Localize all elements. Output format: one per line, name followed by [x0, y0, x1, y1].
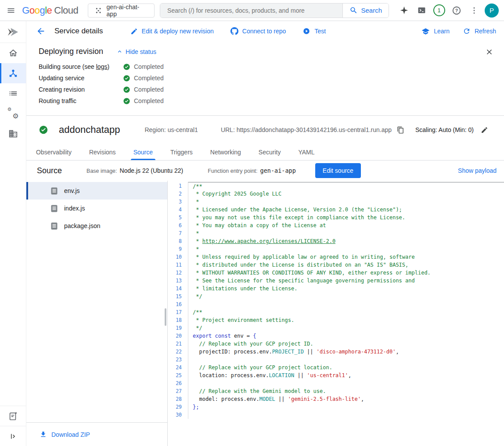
- line-number: 23: [168, 356, 188, 364]
- page-title: Service details: [54, 27, 103, 36]
- nav-home[interactable]: [0, 43, 26, 63]
- back-button[interactable]: [35, 25, 47, 37]
- file-icon: [51, 205, 58, 212]
- line-number: 8: [168, 237, 188, 245]
- copy-url-button[interactable]: [397, 126, 404, 134]
- refresh-button[interactable]: Refresh: [463, 27, 496, 35]
- file-item-package.json[interactable]: package.json: [26, 217, 167, 235]
- overflow-menu-button[interactable]: [465, 2, 483, 19]
- code-text: * Project environment settings.: [188, 316, 504, 324]
- nav-expand-panel[interactable]: [0, 426, 26, 446]
- download-zip-label: Download ZIP: [51, 431, 90, 438]
- notification-count: 1: [437, 7, 440, 14]
- line-number: 17: [168, 308, 188, 316]
- code-text: * you may not use this file except in co…: [188, 214, 504, 221]
- top-bar: Google Cloud gen-ai-chat-app Search: [0, 0, 504, 21]
- base-image-value: Node.js 22 (Ubuntu 22): [120, 167, 184, 174]
- file-item-env.js[interactable]: env.js: [26, 182, 167, 200]
- search-input[interactable]: [160, 4, 342, 18]
- tab-security[interactable]: Security: [250, 144, 290, 160]
- edit-source-button[interactable]: Edit source: [315, 163, 361, 178]
- file-item-index.js[interactable]: index.js: [26, 200, 167, 217]
- base-image: Base image: Node.js 22 (Ubuntu 22): [86, 167, 183, 174]
- tab-observability[interactable]: Observability: [27, 144, 80, 160]
- line-number: 18: [168, 316, 188, 324]
- line-number: 4: [168, 206, 188, 214]
- line-number: 1: [168, 182, 188, 190]
- code-line: 7 *: [168, 229, 504, 237]
- line-number: 21: [168, 340, 188, 348]
- scaling-group: Scaling: Auto (Min: 0): [415, 126, 488, 134]
- show-payload-link[interactable]: Show payload: [458, 167, 497, 174]
- gemini-button[interactable]: [395, 2, 413, 19]
- deploy-status-panel: Deploying revision Hide status Building …: [26, 41, 504, 116]
- search-bar: Search: [160, 3, 389, 18]
- tab-revisions[interactable]: Revisions: [80, 144, 125, 160]
- status-rows: Building source (see logs)CompletedUpdat…: [39, 61, 493, 107]
- project-selector[interactable]: gen-ai-chat-app: [88, 4, 155, 18]
- hide-status-toggle[interactable]: Hide status: [116, 48, 156, 55]
- learn-button[interactable]: Learn: [421, 27, 450, 36]
- file-name: env.js: [64, 187, 80, 194]
- tab-source[interactable]: Source: [125, 144, 162, 160]
- tab-triggers[interactable]: Triggers: [162, 144, 202, 160]
- nav-organization[interactable]: [0, 124, 26, 144]
- entry-point: Function entry point: gen-ai-app: [208, 167, 296, 174]
- code-text: * Copyright 2025 Google LLC: [188, 190, 504, 198]
- line-number: 26: [168, 379, 188, 387]
- line-number: 28: [168, 395, 188, 403]
- header-actions: Edit & deploy new revision Connect to re…: [130, 27, 326, 35]
- line-number: 29: [168, 403, 188, 411]
- tab-yaml[interactable]: YAML: [289, 144, 323, 160]
- notifications-button[interactable]: 1: [430, 2, 448, 19]
- connect-repo-button[interactable]: Connect to repo: [230, 27, 286, 35]
- avatar[interactable]: P: [485, 4, 499, 18]
- close-status-button[interactable]: [483, 46, 495, 58]
- hamburger-menu-button[interactable]: [0, 0, 22, 21]
- logo-letter: o: [29, 5, 35, 16]
- search-icon: [349, 6, 358, 14]
- code-text: *: [188, 245, 504, 253]
- release-notes-icon: [8, 411, 18, 421]
- cloud-run-logo: [0, 21, 26, 43]
- header-right-actions: Learn Refresh: [421, 27, 496, 36]
- left-nav: ⚙⚙: [0, 21, 26, 446]
- service-identity-row: addonchatapp Region: us-central1 URL: ht…: [26, 116, 504, 144]
- source-content: env.jsindex.jspackage.json Download ZIP …: [26, 181, 504, 446]
- status-label: Routing traffic: [39, 97, 123, 104]
- nav-release-notes[interactable]: [0, 406, 26, 426]
- code-line: 14 * limitations under the License.: [168, 285, 504, 293]
- github-icon: [230, 27, 238, 35]
- code-text: * limitations under the License.: [188, 285, 504, 293]
- help-button[interactable]: ?: [448, 2, 465, 19]
- nav-list[interactable]: [0, 83, 26, 103]
- file-panel: env.jsindex.jspackage.json Download ZIP: [26, 181, 168, 446]
- region-value: Region: us-central1: [144, 126, 198, 133]
- code-text: /**: [188, 308, 504, 316]
- code-line: 25 location: process.env.LOCATION || 'us…: [168, 371, 504, 379]
- logs-link[interactable]: logs: [96, 63, 108, 70]
- download-zip-button[interactable]: Download ZIP: [26, 422, 167, 446]
- code-text: // Replace with your GCP project ID.: [188, 340, 504, 348]
- edit-deploy-button[interactable]: Edit & deploy new revision: [130, 28, 214, 35]
- code-text: // Replace with the Gemini model to use.: [188, 387, 504, 395]
- cloud-run-service-icon: [8, 68, 18, 78]
- code-line: 20export const env = {: [168, 332, 504, 340]
- test-button[interactable]: Test: [302, 27, 326, 35]
- learn-label: Learn: [434, 28, 450, 35]
- edit-scaling-button[interactable]: [481, 126, 488, 134]
- nav-settings[interactable]: ⚙⚙: [0, 103, 26, 124]
- search-button[interactable]: Search: [342, 4, 389, 18]
- code-line: 15 */: [168, 293, 504, 300]
- search-button-label: Search: [361, 7, 382, 14]
- code-line: 30: [168, 411, 504, 419]
- status-text: Completed: [134, 63, 164, 70]
- line-number: 15: [168, 293, 188, 300]
- cloud-shell-button[interactable]: [413, 2, 430, 19]
- tab-networking[interactable]: Networking: [202, 144, 250, 160]
- file-list-scrollbar[interactable]: [165, 308, 166, 326]
- code-text: location: process.env.LOCATION || 'us-ce…: [188, 371, 504, 379]
- status-label: Building source (see logs): [39, 63, 123, 70]
- gemini-sparkle-icon: [400, 6, 409, 15]
- nav-cloud-run[interactable]: [0, 63, 26, 83]
